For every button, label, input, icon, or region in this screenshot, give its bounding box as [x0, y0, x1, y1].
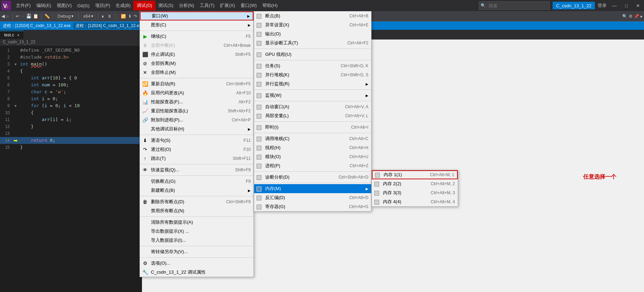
- menu-item-step-over[interactable]: ↷ 逐过程(O) F10: [140, 145, 253, 154]
- window-close-button[interactable]: ✕: [633, 3, 643, 8]
- tab-test-c[interactable]: test.c ×: [0, 31, 24, 39]
- toolbar-sep-5: [98, 13, 98, 19]
- window-menu-disasm[interactable]: 反汇编(D) Ctrl+Alt+D: [254, 193, 371, 202]
- window-menu-breakpoints[interactable]: 断点(B) Ctrl+Alt+B: [254, 11, 371, 20]
- window-menu-locals[interactable]: 局部变量(L) Ctrl+Alt+V, L: [254, 111, 371, 120]
- memory-menu-4[interactable]: 内存 4(4) Ctrl+Alt+M, 4: [372, 197, 458, 206]
- window-menu-memory[interactable]: 内存(M) ▶: [254, 184, 371, 193]
- toolbar-debug-action-4[interactable]: 🔁: [121, 14, 126, 19]
- window-menu-auto[interactable]: 自动窗口(A) Ctrl+Alt+V, A: [254, 102, 371, 111]
- menu-tools[interactable]: 工具(T): [197, 1, 217, 10]
- menu-item-quick-watch[interactable]: 👁 快速监视(Q)... Shift+F9: [140, 165, 253, 174]
- toolbar-debug-action-5[interactable]: ⬇: [128, 14, 132, 19]
- menu-item-step-into[interactable]: ⬇ 逐语句(S) F11: [140, 136, 253, 145]
- menu-item-other-targets[interactable]: 其他调试目标(H) ▶: [140, 124, 253, 134]
- menu-item-break-all[interactable]: ⏸ 全部中断(K) Ctrl+Alt+Break: [140, 41, 253, 50]
- menu-item-debug-props[interactable]: 🔧 C_csdn_13_1_22 调试属性: [140, 268, 253, 277]
- window-menu-tasks[interactable]: 任务(S) Ctrl+Shift+D, K: [254, 61, 371, 70]
- toolbar-extra-2[interactable]: ⚙: [629, 14, 633, 19]
- toolbar-forward-btn[interactable]: ▶: [6, 14, 10, 19]
- window-menu-diag-analysis[interactable]: 诊断分析(D) Ctrl+Shift+Alt+D: [254, 173, 371, 182]
- toolbar-redo-btn[interactable]: ↪: [21, 14, 25, 19]
- menu-item-detach[interactable]: ⊘ 全部拆离(M): [140, 59, 253, 68]
- toolbar-save-all-btn[interactable]: 📋: [33, 14, 38, 19]
- menu-item-attach[interactable]: 🔗 附加到进程(P)... Ctrl+Alt+P: [140, 115, 253, 124]
- menu-git[interactable]: Git(G): [74, 2, 92, 10]
- toolbar-extra-3[interactable]: 📌: [634, 14, 639, 19]
- window-menu-parallel-watch[interactable]: 并行监视(R) ▶: [254, 79, 371, 88]
- menu-window[interactable]: 窗口(W): [238, 1, 260, 10]
- code-line-6: 6 int num = 100;: [0, 81, 142, 88]
- code-line-2: 2 #include <stdio.h>: [0, 54, 142, 61]
- menu-item-import-tips[interactable]: 导入数据提示(I)...: [140, 236, 253, 245]
- toolbar-debug-action-3[interactable]: ⬛: [114, 14, 119, 19]
- window-menu-gpu[interactable]: GPU 线程(U): [254, 50, 371, 59]
- continue-icon: ▶: [142, 34, 148, 39]
- window-menu-exception[interactable]: 异常设置(X) Ctrl+Alt+E: [254, 20, 371, 29]
- memory-icon: [256, 186, 262, 191]
- window-menu-diag-tools[interactable]: 显示诊断工具(T) Ctrl+Alt+F2: [254, 38, 371, 48]
- window-menu-callstack[interactable]: 调用堆栈(C) Ctrl+Alt+C: [254, 134, 371, 143]
- window-menu-modules[interactable]: 模块(O) Ctrl+Alt+U: [254, 152, 371, 161]
- toolbar-debug-action-1[interactable]: ⏵: [101, 14, 105, 19]
- menu-item-stop[interactable]: ⬛ 停止调试(E) Shift+F5: [140, 50, 253, 59]
- memory-menu-3[interactable]: 内存 3(3) Ctrl+Alt+M, 3: [372, 188, 458, 197]
- menu-item-delete-bp[interactable]: 🗑 删除所有断点(D) Ctrl+Shift+F9: [140, 197, 253, 206]
- menu-item-terminate[interactable]: ✕ 全部终止(M): [140, 68, 253, 77]
- menu-item-new-bp[interactable]: 新建断点(B) ▶: [140, 186, 253, 195]
- menu-build[interactable]: 生成(B): [113, 1, 133, 10]
- menu-item-apply-changes[interactable]: 🔥 应用代码更改(A) Alt+F10: [140, 88, 253, 97]
- menu-item-export-tips[interactable]: 导出数据提示(X) ...: [140, 227, 253, 236]
- login-button[interactable]: 登录: [598, 2, 607, 9]
- memory-menu-2[interactable]: 内存 2(2) Ctrl+Alt+M, 2: [372, 179, 458, 188]
- callstack-icon: [256, 136, 262, 141]
- menu-item-graphics[interactable]: 图形(C) ▶: [140, 20, 253, 29]
- toolbar-back-btn[interactable]: ◀: [1, 14, 5, 19]
- tab-close-test-c[interactable]: ×: [17, 33, 19, 37]
- window-menu-parallel-stacks[interactable]: 并行堆栈(K) Ctrl+Shift+D, S: [254, 70, 371, 79]
- window-menu-immediate[interactable]: 即时(I) Ctrl+Alt+I: [254, 123, 371, 132]
- menu-item-profiler[interactable]: 📊 性能探查器(F)... Alt+F2: [140, 97, 253, 106]
- menu-item-step-out[interactable]: ↑ 跳出(T) Shift+F11: [140, 154, 253, 163]
- menu-item-restart[interactable]: 🔁 重新启动(R) Ctrl+Shift+F5: [140, 79, 253, 88]
- menu-item-clear-tips[interactable]: 清除所有数据提示(A): [140, 218, 253, 227]
- window-max-button[interactable]: □: [622, 3, 630, 8]
- memory-menu-1[interactable]: 内存 1(1) Ctrl+Alt+M, 1: [372, 170, 458, 179]
- toolbar-undo-btn[interactable]: ↩: [16, 14, 19, 19]
- menu-extensions[interactable]: 扩展(X): [217, 1, 238, 10]
- processes-icon: [256, 163, 262, 169]
- menu-project[interactable]: 项目(P): [92, 1, 113, 10]
- menu-item-save-dump[interactable]: 将转储另存为(V)...: [140, 247, 253, 256]
- arch-dropdown[interactable]: x64 ▾: [81, 13, 95, 19]
- search-input[interactable]: [486, 2, 548, 9]
- window-menu-output[interactable]: 输出(O): [254, 29, 371, 38]
- toolbar-extra-1[interactable]: 🔍: [622, 14, 627, 19]
- menu-debug[interactable]: 调试(D): [133, 1, 155, 10]
- process-dropdown[interactable]: 进程：[12024] C_csdn_13_1_22.exe ▾: [73, 23, 149, 29]
- window-min-button[interactable]: —: [609, 3, 619, 8]
- window-menu-processes[interactable]: 进程(P) Ctrl+Alt+Z: [254, 161, 371, 170]
- code-line-3: 3 ▼ int main(): [0, 61, 142, 68]
- window-menu-watch[interactable]: 监视(W) ▶: [254, 91, 371, 100]
- toolbar-debug-action-6[interactable]: ↷: [134, 14, 137, 19]
- menu-analyze[interactable]: 分析(N): [176, 1, 197, 10]
- menu-test[interactable]: 测试(S): [155, 1, 176, 10]
- menu-file[interactable]: 文件(F): [13, 1, 34, 10]
- toolbar-save-btn[interactable]: 💾: [26, 14, 32, 19]
- menu-view[interactable]: 视图(V): [54, 1, 74, 10]
- window-menu-threads[interactable]: 线程(H) Ctrl+Alt+H: [254, 143, 371, 152]
- debug-mode-dropdown[interactable]: Debug ▾: [56, 13, 75, 19]
- menu-help[interactable]: 帮助(H): [260, 1, 280, 10]
- toolbar-debug-action-2[interactable]: ⏸: [107, 14, 111, 19]
- submenu-arrow-watch: ▶: [366, 94, 368, 97]
- menu-edit[interactable]: 编辑(E): [34, 1, 54, 10]
- menu-item-disable-bp[interactable]: 禁用所有断点(N): [140, 206, 253, 215]
- window-menu-registers[interactable]: 寄存器(G) Ctrl+Alt+G: [254, 202, 371, 211]
- menu-item-options[interactable]: ⚙ 选项(O)...: [140, 259, 253, 268]
- debug-dropdown-menu: 窗口(W) ▶ 图形(C) ▶ ▶ 继续(C) F5 ⏸ 全部中断(K) Ctr…: [140, 11, 254, 277]
- menu-item-restart-profiler[interactable]: 📈 重启性能探查器(L) Shift+Alt+F2: [140, 106, 253, 115]
- toolbar-extra-4[interactable]: ▸: [641, 14, 643, 19]
- menu-item-continue[interactable]: ▶ 继续(C) F5: [140, 32, 253, 41]
- menu-item-toggle-bp[interactable]: 切换断点(G) F9: [140, 177, 253, 186]
- menu-item-window[interactable]: 窗口(W) ▶: [140, 11, 253, 20]
